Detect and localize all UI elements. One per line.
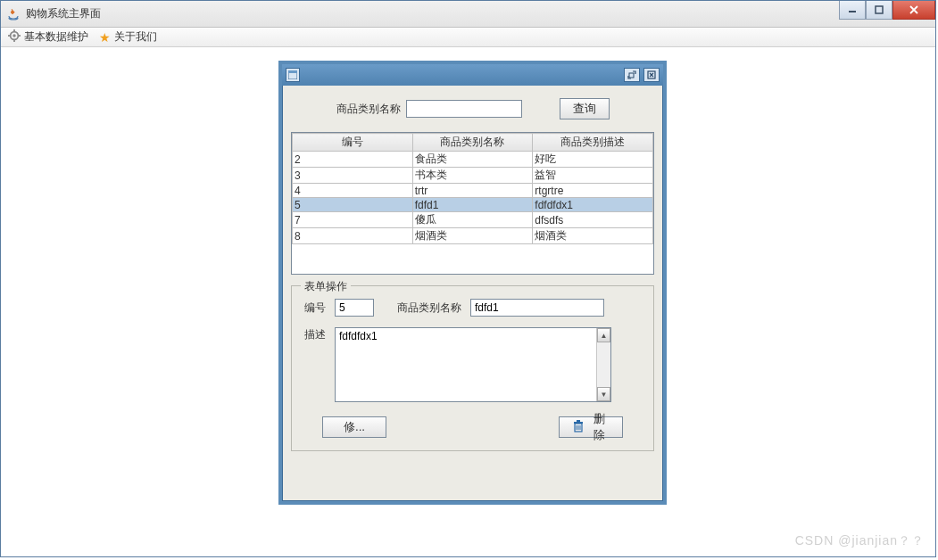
desc-textarea[interactable]: [336, 328, 596, 401]
svg-rect-13: [574, 422, 583, 424]
table-cell[interactable]: 傻瓜: [412, 212, 533, 228]
gear-icon: [8, 29, 21, 45]
svg-rect-10: [629, 73, 634, 78]
fieldset-legend: 表单操作: [301, 279, 351, 294]
main-window: 购物系统主界面 基本数据维护 ★ 关于我们: [0, 0, 936, 557]
internal-frame: 商品类别名称 查询 编号商品类别名称商品类别描述 2食品类好吃3书本类益智4tr…: [278, 61, 667, 505]
table-cell[interactable]: 8: [293, 228, 413, 244]
desc-textarea-wrap: ▲ ▼: [335, 327, 611, 402]
table-cell[interactable]: 3: [293, 168, 413, 184]
table-cell[interactable]: trtr: [412, 184, 533, 198]
category-table[interactable]: 编号商品类别名称商品类别描述 2食品类好吃3书本类益智4trtrrtgrtre5…: [291, 132, 654, 275]
table-cell[interactable]: 益智: [533, 168, 653, 184]
modify-button[interactable]: 修...: [322, 416, 386, 438]
table-row[interactable]: 2食品类好吃: [293, 152, 653, 168]
svg-rect-9: [288, 70, 297, 73]
scroll-down-button[interactable]: ▼: [597, 387, 610, 401]
menu-about-us[interactable]: ★ 关于我们: [99, 29, 157, 45]
svg-point-3: [12, 34, 16, 37]
menubar: 基本数据维护 ★ 关于我们: [1, 28, 935, 47]
desc-label: 描述: [304, 327, 326, 342]
table-cell[interactable]: 4: [293, 184, 413, 198]
table-header[interactable]: 编号: [293, 134, 413, 152]
search-button-label: 查询: [573, 101, 596, 117]
titlebar: 购物系统主界面: [1, 1, 935, 28]
frame-icon: [286, 68, 300, 82]
internal-titlebar[interactable]: [282, 64, 663, 86]
table-cell[interactable]: fdfd1: [412, 198, 533, 212]
id-input[interactable]: [335, 299, 374, 317]
table-cell[interactable]: 2: [293, 152, 413, 168]
table-row[interactable]: 3书本类益智: [293, 168, 653, 184]
internal-close-button[interactable]: [643, 68, 660, 82]
search-input[interactable]: [406, 100, 522, 118]
id-label: 编号: [304, 301, 326, 316]
search-row: 商品类别名称 查询: [291, 98, 654, 119]
search-label: 商品类别名称: [336, 102, 401, 117]
table-cell[interactable]: 书本类: [412, 168, 533, 184]
table-cell[interactable]: dfsdfs: [533, 212, 653, 228]
watermark: CSDN @jianjian？？: [795, 533, 925, 549]
table-cell[interactable]: 烟酒类: [412, 228, 533, 244]
search-button[interactable]: 查询: [560, 98, 610, 119]
form-fieldset: 表单操作 编号 商品类别名称 描述 ▲: [291, 285, 654, 451]
table-header[interactable]: 商品类别描述: [533, 134, 653, 152]
name-input[interactable]: [470, 299, 604, 317]
table-cell[interactable]: 好吃: [533, 152, 653, 168]
minimize-button[interactable]: [839, 1, 866, 20]
table-cell[interactable]: 食品类: [412, 152, 533, 168]
svg-rect-1: [876, 6, 883, 13]
table-cell[interactable]: 烟酒类: [533, 228, 653, 244]
svg-rect-0: [849, 11, 856, 12]
menu-label: 关于我们: [114, 29, 157, 45]
table-cell[interactable]: 5: [293, 198, 413, 212]
table-row[interactable]: 8烟酒类烟酒类: [293, 228, 653, 244]
delete-button[interactable]: 删除: [559, 416, 623, 438]
table-row[interactable]: 5fdfd1fdfdfdx1: [293, 198, 653, 212]
maximize-button[interactable]: [866, 1, 892, 20]
menu-label: 基本数据维护: [24, 29, 88, 45]
scrollbar[interactable]: ▲ ▼: [596, 328, 610, 401]
table-row[interactable]: 7傻瓜dfsdfs: [293, 212, 653, 228]
menu-data-maintain[interactable]: 基本数据维护: [8, 29, 88, 45]
star-icon: ★: [99, 30, 111, 45]
window-title: 购物系统主界面: [26, 6, 101, 21]
svg-rect-14: [577, 420, 580, 422]
name-label: 商品类别名称: [397, 301, 461, 316]
table-cell[interactable]: rtgrtre: [533, 184, 653, 198]
table-header[interactable]: 商品类别名称: [412, 134, 533, 152]
desktop-pane: 商品类别名称 查询 编号商品类别名称商品类别描述 2食品类好吃3书本类益智4tr…: [1, 50, 935, 556]
delete-button-label: 删除: [588, 411, 610, 443]
scroll-up-button[interactable]: ▲: [597, 328, 610, 342]
trash-icon: [572, 420, 585, 435]
table-row[interactable]: 4trtrrtgrtre: [293, 184, 653, 198]
internal-maximize-button[interactable]: [624, 68, 640, 82]
table-cell[interactable]: 7: [293, 212, 413, 228]
java-icon: [6, 7, 21, 21]
table-cell[interactable]: fdfdfdx1: [533, 198, 653, 212]
window-controls: [839, 1, 935, 20]
panel-body: 商品类别名称 查询 编号商品类别名称商品类别描述 2食品类好吃3书本类益智4tr…: [282, 86, 663, 460]
modify-button-label: 修...: [344, 419, 365, 435]
close-button[interactable]: [892, 1, 935, 20]
